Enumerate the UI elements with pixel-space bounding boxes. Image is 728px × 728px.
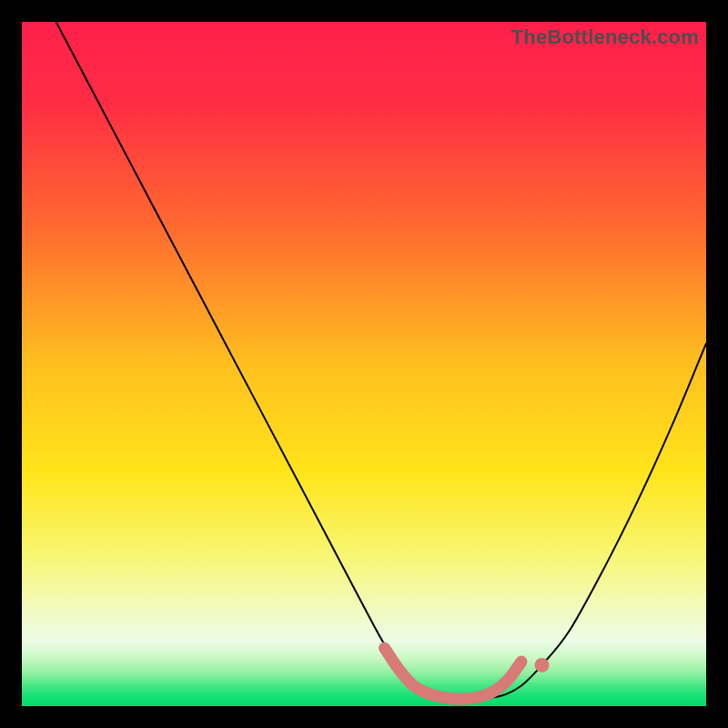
gradient-background bbox=[22, 22, 706, 706]
watermark-text: TheBottleneck.com bbox=[511, 25, 699, 49]
plot-area: TheBottleneck.com bbox=[22, 22, 706, 706]
optimal-range-end-dot bbox=[535, 658, 550, 672]
chart-frame: TheBottleneck.com bbox=[0, 0, 728, 728]
chart-svg bbox=[22, 22, 706, 706]
